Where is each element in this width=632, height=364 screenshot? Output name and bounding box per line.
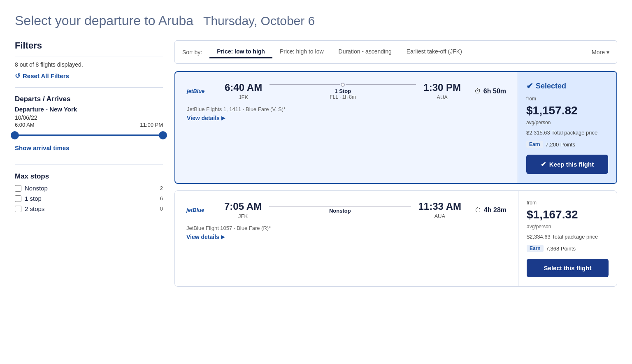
slider-thumb-left[interactable] [11,131,19,139]
view-details-button-1[interactable]: View details ▶ [186,234,225,240]
sort-option-1[interactable]: Price: high to low [272,46,331,58]
content-area: Sort by: Price: low to highPrice: high t… [174,40,617,293]
flight-card-0: jetBlue 6:40 AM JFK 1 Stop FLL · 1h 8m [174,71,617,184]
flight-main-0: jetBlue 6:40 AM JFK 1 Stop FLL · 1h 8m [175,72,518,183]
sort-option-2[interactable]: Duration - ascending [331,46,399,58]
price-panel-0: ✔ Selected from $1,157.82 avg/person $2,… [518,72,616,183]
earn-badge-1: Earn [527,245,544,252]
sidebar-filters-title: Filters [15,40,163,51]
show-arrival-times-button[interactable]: Show arrival times [15,144,70,151]
time-end-label: 11:00 PM [140,122,163,128]
flight-card-1: jetBlue 7:05 AM JFK Nonstop 11:33 AM AUA [174,190,617,287]
price-from-1: from [527,200,609,206]
reset-filters-button[interactable]: ↺ Reset All Filters [15,72,69,80]
stop-checkbox-1[interactable] [15,195,21,202]
chevron-right-icon-1: ▶ [221,234,225,240]
selected-badge: ✔ Selected [526,81,608,91]
stop-label-0: Nonstop [25,185,157,192]
time-slider[interactable] [15,130,163,140]
stop-label-2: 2 stops [25,205,157,212]
arrive-airport-0: AUA [437,94,448,100]
route-line-1: Nonstop [262,206,418,214]
arrive-time-0: 1:30 PM [423,82,461,93]
time-start-label: 6:00 AM [15,122,35,128]
reset-icon: ↺ [15,72,20,80]
price-from-0: from [526,96,608,102]
depart-time-1: 7:05 AM [224,201,262,212]
sidebar: Filters 8 out of 8 flights displayed. ↺ … [15,40,163,293]
depart-time-0: 6:40 AM [225,82,262,93]
stop-option-1: 1 stop 6 [15,195,163,202]
earn-badge-0: Earn [526,141,543,148]
departure-location: Departure - New York [15,106,163,113]
chevron-right-icon-0: ▶ [221,115,225,121]
sort-option-3[interactable]: Earliest take-off (JFK) [399,46,469,58]
clock-icon-0: ⏱ [474,88,481,95]
departure-date: 10/06/22 [15,114,163,121]
departs-arrives-title: Departs / Arrives [15,95,163,103]
stop-label-1: 1 stop [25,195,157,202]
depart-airport-0: JFK [239,94,248,100]
points-1: 7,368 Points [546,246,576,252]
stop-option-2: 2 stops 0 [15,205,163,212]
page-title: Select your departure to Aruba Thursday,… [15,12,617,29]
total-price-1: $2,334.63 Total package price [527,234,609,240]
stop-option-0: Nonstop 2 [15,185,163,192]
sort-bar: Sort by: Price: low to highPrice: high t… [174,40,617,64]
arrive-time-1: 11:33 AM [418,201,461,212]
flight-main-1: jetBlue 7:05 AM JFK Nonstop 11:33 AM AUA [175,191,518,286]
clock-icon-1: ⏱ [475,206,481,214]
price-main-1: $1,167.32 [527,208,609,221]
flight-detail-0: JetBlue Flights 1, 1411 · Blue Fare (V, … [187,106,506,112]
duration-text-0: 6h 50m [483,88,506,95]
price-main-0: $1,157.82 [526,104,608,117]
sort-by-label: Sort by: [182,49,202,56]
price-per-person-1: avg/person [527,224,609,230]
arrive-airport-1: AUA [434,213,445,219]
action-button-0[interactable]: ✔ Keep this flight [526,155,608,174]
duration-text-1: 4h 28m [484,206,507,214]
slider-thumb-right[interactable] [159,131,167,139]
earn-row-1: Earn 7,368 Points [527,245,609,252]
view-details-button-0[interactable]: View details ▶ [187,115,225,121]
route-line-0: 1 Stop FLL · 1h 8m [262,83,423,100]
price-panel-1: from $1,167.32 avg/person $2,334.63 Tota… [518,191,617,286]
stop-info-1: Nonstop [329,208,351,214]
airline-logo-1: jetBlue [186,207,211,213]
total-price-0: $2,315.63 Total package price [526,130,608,136]
action-button-1[interactable]: Select this flight [527,259,609,277]
duration-block-1: ⏱ 4h 28m [461,206,507,214]
stop-checkbox-0[interactable] [15,185,21,192]
max-stops-title: Max stops [15,172,163,181]
stop-checkbox-2[interactable] [15,206,21,212]
earn-row-0: Earn 7,200 Points [526,141,608,148]
sort-option-0[interactable]: Price: low to high [209,46,272,58]
stop-count-1: 6 [160,195,163,202]
chevron-down-icon: ▾ [606,49,609,56]
stop-count-2: 0 [160,206,163,212]
points-0: 7,200 Points [546,141,575,148]
stop-info-0: 1 Stop [335,88,351,94]
stop-dot-0 [341,83,345,87]
flight-detail-1: JetBlue Flight 1057 · Blue Fare (R)* [186,225,507,231]
sort-more-button[interactable]: More ▾ [592,49,609,56]
flights-displayed-count: 8 out of 8 flights displayed. [15,61,163,68]
duration-block-0: ⏱ 6h 50m [461,88,506,95]
airline-logo-0: jetBlue [187,88,211,94]
flight-times-1: 7:05 AM JFK Nonstop 11:33 AM AUA [224,201,461,219]
flight-times-0: 6:40 AM JFK 1 Stop FLL · 1h 8m 1:30 PM A… [225,82,461,100]
button-check-icon: ✔ [541,160,546,168]
stop-count-0: 2 [160,185,163,191]
check-icon: ✔ [526,81,533,91]
depart-airport-1: JFK [238,213,248,219]
stop-detail-0: FLL · 1h 8m [330,94,356,100]
price-per-person-0: avg/person [526,120,608,125]
